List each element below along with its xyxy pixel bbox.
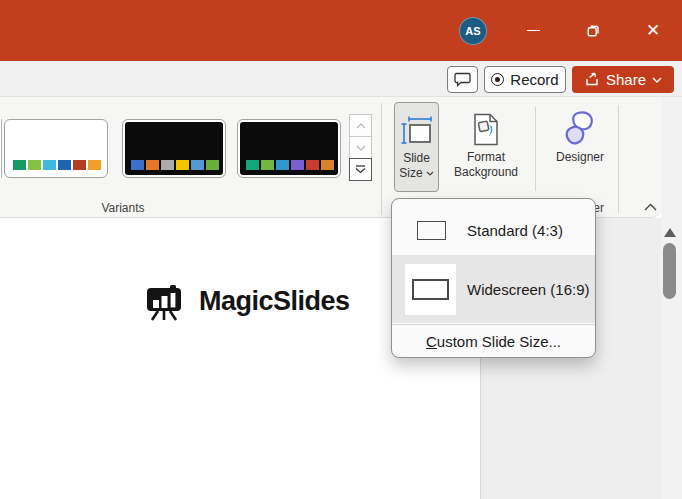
theme-color-swatch <box>73 160 86 170</box>
variant-thumbnail-cut <box>0 119 2 178</box>
variants-scroll-down-button[interactable] <box>349 136 372 159</box>
chevron-up-icon <box>644 203 657 211</box>
format-background-button[interactable]: Format Background <box>446 102 526 192</box>
theme-color-swatch <box>146 160 159 170</box>
designer-icon <box>563 110 597 148</box>
theme-color-swatch <box>58 160 71 170</box>
widescreen-16-9-icon <box>412 279 449 300</box>
theme-swatches <box>131 160 219 170</box>
theme-color-swatch <box>161 160 174 170</box>
collapse-ribbon-button[interactable] <box>640 199 660 215</box>
menu-item-custom-label: ustom Slide Size... <box>437 333 561 350</box>
restore-button[interactable] <box>570 0 616 61</box>
format-background-icon <box>473 110 500 148</box>
theme-color-swatch <box>321 160 334 170</box>
more-variants-icon <box>355 165 366 174</box>
menu-item-standard[interactable]: Standard (4:3) <box>392 207 595 253</box>
variants-more-button[interactable] <box>349 158 372 181</box>
menu-item-widescreen[interactable]: Widescreen (16:9) <box>392 255 595 323</box>
share-button[interactable]: Share <box>572 66 674 93</box>
record-button[interactable]: Record <box>484 66 566 93</box>
menu-item-widescreen-label: Widescreen (16:9) <box>467 281 590 298</box>
share-label: Share <box>606 71 646 88</box>
theme-color-swatch <box>13 160 26 170</box>
scrollbar-thumb[interactable] <box>663 243 676 299</box>
slide-size-menu: Standard (4:3) Widescreen (16:9) Custom … <box>391 198 596 358</box>
theme-color-swatch <box>261 160 274 170</box>
chevron-down-icon <box>426 171 434 176</box>
variant-thumbnail-3[interactable] <box>237 119 341 178</box>
ribbon-button-divider <box>535 107 536 191</box>
theme-swatches <box>13 160 101 170</box>
chevron-up-icon <box>356 123 366 129</box>
magicslides-logo: MagicSlides <box>145 281 350 321</box>
widescreen-icon-box <box>405 264 456 315</box>
custom-slide-size-accelerator: C <box>426 333 437 350</box>
variant-thumbnail-1[interactable] <box>4 119 108 178</box>
restore-icon <box>586 23 601 38</box>
variant-thumbnail-2[interactable] <box>122 119 226 178</box>
slide-size-label-line2: Size <box>399 166 422 181</box>
close-icon: ✕ <box>646 20 660 41</box>
comment-icon <box>454 72 471 87</box>
format-background-label-line2: Background <box>454 165 518 180</box>
theme-color-swatch <box>306 160 319 170</box>
format-background-label-line1: Format <box>467 150 505 165</box>
ribbon-group-divider <box>618 105 619 213</box>
theme-swatches <box>246 160 334 170</box>
theme-color-swatch <box>291 160 304 170</box>
chevron-down-icon <box>356 145 366 151</box>
share-icon <box>584 72 600 87</box>
theme-color-swatch <box>246 160 259 170</box>
theme-color-swatch <box>276 160 289 170</box>
window-titlebar: AS ✕ <box>0 0 682 61</box>
menu-item-standard-label: Standard (4:3) <box>467 222 563 239</box>
standard-4-3-icon <box>417 221 446 240</box>
theme-color-swatch <box>176 160 189 170</box>
account-avatar[interactable]: AS <box>459 17 487 45</box>
slide-size-button[interactable]: Slide Size <box>394 102 439 192</box>
record-icon <box>491 73 504 86</box>
menu-item-custom-slide-size[interactable]: Custom Slide Size... <box>392 324 595 358</box>
ribbon-group-divider <box>381 103 382 215</box>
magicslides-logo-icon <box>145 281 187 321</box>
chevron-down-icon <box>652 77 662 83</box>
variants-spinner <box>349 115 372 181</box>
theme-color-swatch <box>206 160 219 170</box>
slide-size-icon <box>401 111 433 149</box>
theme-color-swatch <box>88 160 101 170</box>
theme-color-swatch <box>28 160 41 170</box>
variants-group-label: Variants <box>73 201 173 215</box>
variants-scroll-up-button[interactable] <box>349 114 372 137</box>
theme-color-swatch <box>131 160 144 170</box>
minimize-button[interactable] <box>510 0 556 61</box>
designer-label: Designer <box>556 150 604 165</box>
comments-button[interactable] <box>447 66 478 93</box>
scroll-up-arrow[interactable] <box>664 228 676 237</box>
logo-text: MagicSlides <box>199 286 350 317</box>
theme-color-swatch <box>191 160 204 170</box>
close-button[interactable]: ✕ <box>630 0 676 61</box>
record-label: Record <box>510 71 558 88</box>
minimize-icon <box>527 30 540 31</box>
slide-size-label-line1: Slide <box>403 151 430 166</box>
designer-button[interactable]: Designer <box>542 102 618 192</box>
theme-color-swatch <box>43 160 56 170</box>
